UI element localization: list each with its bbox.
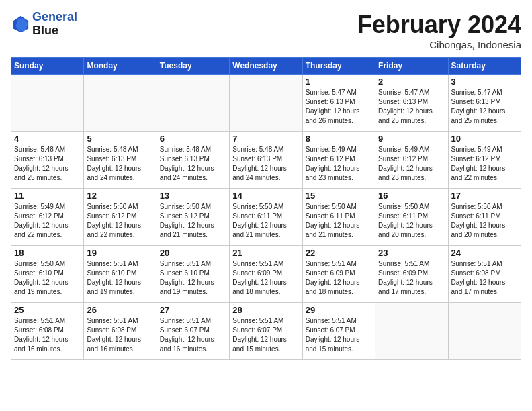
- day-info: Sunrise: 5:48 AM Sunset: 6:13 PM Dayligh…: [14, 145, 81, 183]
- calendar-cell: 4Sunrise: 5:48 AM Sunset: 6:13 PM Daylig…: [11, 132, 84, 189]
- day-info: Sunrise: 5:51 AM Sunset: 6:10 PM Dayligh…: [87, 259, 153, 297]
- weekday-header: Friday: [375, 58, 448, 75]
- day-info: Sunrise: 5:51 AM Sunset: 6:09 PM Dayligh…: [232, 259, 299, 297]
- day-info: Sunrise: 5:47 AM Sunset: 6:13 PM Dayligh…: [306, 88, 372, 126]
- calendar-cell: 20Sunrise: 5:51 AM Sunset: 6:10 PM Dayli…: [157, 246, 229, 303]
- weekday-header: Wednesday: [230, 58, 302, 75]
- day-info: Sunrise: 5:47 AM Sunset: 6:13 PM Dayligh…: [451, 88, 518, 126]
- day-number: 13: [160, 191, 226, 201]
- page-header: General Blue February 2024 Cibongas, Ind…: [11, 11, 521, 50]
- day-number: 14: [232, 191, 299, 201]
- day-number: 21: [232, 248, 299, 258]
- day-number: 18: [14, 248, 81, 258]
- weekday-header: Saturday: [448, 58, 521, 75]
- day-info: Sunrise: 5:48 AM Sunset: 6:13 PM Dayligh…: [160, 145, 226, 183]
- day-number: 22: [306, 248, 372, 258]
- calendar-cell: 28Sunrise: 5:51 AM Sunset: 6:07 PM Dayli…: [230, 303, 302, 360]
- day-number: 4: [14, 134, 81, 144]
- calendar-cell: 23Sunrise: 5:51 AM Sunset: 6:09 PM Dayli…: [375, 246, 448, 303]
- day-number: 2: [378, 77, 445, 87]
- calendar-cell: 26Sunrise: 5:51 AM Sunset: 6:08 PM Dayli…: [84, 303, 157, 360]
- day-number: 25: [14, 305, 81, 315]
- day-info: Sunrise: 5:50 AM Sunset: 6:12 PM Dayligh…: [160, 202, 226, 240]
- day-info: Sunrise: 5:50 AM Sunset: 6:11 PM Dayligh…: [378, 202, 445, 240]
- day-info: Sunrise: 5:51 AM Sunset: 6:08 PM Dayligh…: [14, 316, 81, 354]
- logo-text: General Blue: [32, 11, 77, 38]
- calendar-cell: 13Sunrise: 5:50 AM Sunset: 6:12 PM Dayli…: [157, 189, 229, 246]
- day-number: 15: [306, 191, 372, 201]
- day-number: 19: [87, 248, 153, 258]
- day-number: 12: [87, 191, 153, 201]
- title-area: February 2024 Cibongas, Indonesia: [357, 11, 521, 50]
- day-info: Sunrise: 5:49 AM Sunset: 6:12 PM Dayligh…: [306, 145, 372, 183]
- calendar-week-row: 25Sunrise: 5:51 AM Sunset: 6:08 PM Dayli…: [11, 303, 521, 360]
- day-info: Sunrise: 5:51 AM Sunset: 6:08 PM Dayligh…: [87, 316, 153, 354]
- day-number: 20: [160, 248, 226, 258]
- day-info: Sunrise: 5:47 AM Sunset: 6:13 PM Dayligh…: [378, 88, 445, 126]
- day-info: Sunrise: 5:49 AM Sunset: 6:12 PM Dayligh…: [378, 145, 445, 183]
- weekday-header: Tuesday: [157, 58, 229, 75]
- logo-icon: [11, 15, 30, 34]
- calendar-cell: 27Sunrise: 5:51 AM Sunset: 6:07 PM Dayli…: [157, 303, 229, 360]
- month-year-title: February 2024: [357, 11, 521, 39]
- calendar-cell: 9Sunrise: 5:49 AM Sunset: 6:12 PM Daylig…: [375, 132, 448, 189]
- day-number: 28: [232, 305, 299, 315]
- day-number: 6: [160, 134, 226, 144]
- calendar-cell: 24Sunrise: 5:51 AM Sunset: 6:08 PM Dayli…: [448, 246, 521, 303]
- day-info: Sunrise: 5:51 AM Sunset: 6:07 PM Dayligh…: [160, 316, 226, 354]
- calendar-cell: 11Sunrise: 5:49 AM Sunset: 6:12 PM Dayli…: [11, 189, 84, 246]
- day-info: Sunrise: 5:51 AM Sunset: 6:10 PM Dayligh…: [160, 259, 226, 297]
- day-number: 26: [87, 305, 153, 315]
- day-info: Sunrise: 5:49 AM Sunset: 6:12 PM Dayligh…: [451, 145, 518, 183]
- calendar-cell: 3Sunrise: 5:47 AM Sunset: 6:13 PM Daylig…: [448, 75, 521, 132]
- calendar-cell: 6Sunrise: 5:48 AM Sunset: 6:13 PM Daylig…: [157, 132, 229, 189]
- day-number: 24: [451, 248, 518, 258]
- calendar-week-row: 1Sunrise: 5:47 AM Sunset: 6:13 PM Daylig…: [11, 75, 521, 132]
- calendar-cell: 21Sunrise: 5:51 AM Sunset: 6:09 PM Dayli…: [230, 246, 302, 303]
- calendar-cell: 10Sunrise: 5:49 AM Sunset: 6:12 PM Dayli…: [448, 132, 521, 189]
- calendar-cell: 22Sunrise: 5:51 AM Sunset: 6:09 PM Dayli…: [302, 246, 375, 303]
- day-info: Sunrise: 5:51 AM Sunset: 6:09 PM Dayligh…: [306, 259, 372, 297]
- calendar-cell: 19Sunrise: 5:51 AM Sunset: 6:10 PM Dayli…: [84, 246, 157, 303]
- day-info: Sunrise: 5:50 AM Sunset: 6:11 PM Dayligh…: [451, 202, 518, 240]
- day-info: Sunrise: 5:50 AM Sunset: 6:12 PM Dayligh…: [87, 202, 153, 240]
- day-number: 1: [306, 77, 372, 87]
- day-info: Sunrise: 5:50 AM Sunset: 6:11 PM Dayligh…: [306, 202, 372, 240]
- day-number: 8: [306, 134, 372, 144]
- calendar-cell: [84, 75, 157, 132]
- day-info: Sunrise: 5:49 AM Sunset: 6:12 PM Dayligh…: [14, 202, 81, 240]
- day-number: 7: [232, 134, 299, 144]
- day-info: Sunrise: 5:51 AM Sunset: 6:09 PM Dayligh…: [378, 259, 445, 297]
- day-info: Sunrise: 5:51 AM Sunset: 6:08 PM Dayligh…: [451, 259, 518, 297]
- calendar-table: SundayMondayTuesdayWednesdayThursdayFrid…: [11, 57, 521, 360]
- calendar-cell: 8Sunrise: 5:49 AM Sunset: 6:12 PM Daylig…: [302, 132, 375, 189]
- calendar-cell: 2Sunrise: 5:47 AM Sunset: 6:13 PM Daylig…: [375, 75, 448, 132]
- day-number: 5: [87, 134, 153, 144]
- calendar-cell: 14Sunrise: 5:50 AM Sunset: 6:11 PM Dayli…: [230, 189, 302, 246]
- day-info: Sunrise: 5:50 AM Sunset: 6:10 PM Dayligh…: [14, 259, 81, 297]
- calendar-cell: [230, 75, 302, 132]
- day-number: 27: [160, 305, 226, 315]
- calendar-week-row: 4Sunrise: 5:48 AM Sunset: 6:13 PM Daylig…: [11, 132, 521, 189]
- calendar-week-row: 18Sunrise: 5:50 AM Sunset: 6:10 PM Dayli…: [11, 246, 521, 303]
- calendar-cell: 29Sunrise: 5:51 AM Sunset: 6:07 PM Dayli…: [302, 303, 375, 360]
- calendar-cell: 25Sunrise: 5:51 AM Sunset: 6:08 PM Dayli…: [11, 303, 84, 360]
- day-info: Sunrise: 5:48 AM Sunset: 6:13 PM Dayligh…: [232, 145, 299, 183]
- day-number: 23: [378, 248, 445, 258]
- day-number: 10: [451, 134, 518, 144]
- calendar-cell: [375, 303, 448, 360]
- calendar-cell: 15Sunrise: 5:50 AM Sunset: 6:11 PM Dayli…: [302, 189, 375, 246]
- weekday-header: Sunday: [11, 58, 84, 75]
- calendar-cell: [448, 303, 521, 360]
- calendar-cell: 5Sunrise: 5:48 AM Sunset: 6:13 PM Daylig…: [84, 132, 157, 189]
- calendar-cell: 7Sunrise: 5:48 AM Sunset: 6:13 PM Daylig…: [230, 132, 302, 189]
- calendar-cell: 1Sunrise: 5:47 AM Sunset: 6:13 PM Daylig…: [302, 75, 375, 132]
- location-subtitle: Cibongas, Indonesia: [357, 39, 521, 50]
- calendar-cell: 16Sunrise: 5:50 AM Sunset: 6:11 PM Dayli…: [375, 189, 448, 246]
- day-info: Sunrise: 5:50 AM Sunset: 6:11 PM Dayligh…: [232, 202, 299, 240]
- day-number: 3: [451, 77, 518, 87]
- day-number: 16: [378, 191, 445, 201]
- calendar-header-row: SundayMondayTuesdayWednesdayThursdayFrid…: [11, 58, 521, 75]
- day-number: 11: [14, 191, 81, 201]
- weekday-header: Monday: [84, 58, 157, 75]
